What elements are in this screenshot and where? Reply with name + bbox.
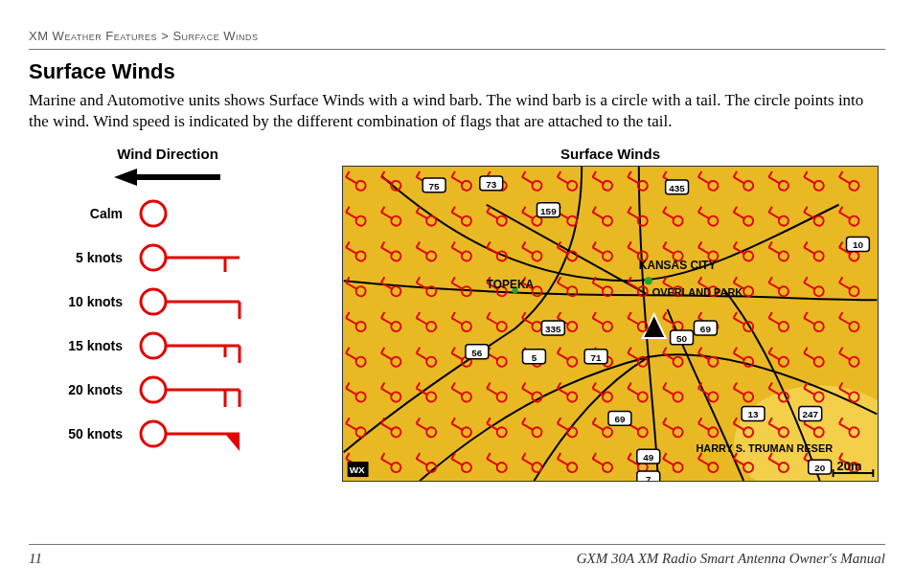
svg-text:56: 56 [471,348,483,358]
svg-text:335: 335 [545,324,561,334]
svg-point-2 [141,201,166,226]
legend-row-calm: Calm [29,196,307,231]
breadcrumb-sep: > [157,29,172,43]
svg-point-3 [141,245,166,270]
svg-text:13: 13 [748,410,760,420]
svg-text:69: 69 [700,324,712,334]
map-title: Surface Winds [560,146,660,162]
footer: 11 GXM 30A XM Radio Smart Antenna Owner'… [29,544,885,567]
svg-point-22 [645,277,652,284]
legend-label: 5 knots [29,250,134,265]
legend-row-50: 50 knots [29,417,307,451]
wind-barb-20-icon [134,373,307,407]
svg-point-13 [141,377,166,402]
wind-barb-5-icon [134,240,307,275]
divider-bottom [29,544,885,545]
svg-point-6 [141,289,166,314]
wind-barb-50-icon [134,417,307,451]
legend-row-10: 10 knots [29,284,307,319]
page-number: 11 [29,551,42,567]
legend-row-5: 5 knots [29,240,307,275]
svg-text:247: 247 [802,410,818,420]
svg-text:75: 75 [429,181,441,192]
svg-text:10: 10 [853,240,864,251]
svg-marker-19 [225,434,240,451]
section-title: Surface Winds [29,59,885,84]
city-label: KANSAS CITY [639,260,717,273]
map-screenshot: 757315943510335565715069694971324720 TOP… [342,166,879,482]
body-text: Marine and Automotive units shows Surfac… [29,90,885,132]
content-row: Wind Direction Calm 5 knots 10 knots [29,146,885,482]
legend-label: 15 knots [29,338,134,353]
svg-point-17 [141,421,166,446]
divider-top [29,49,885,50]
city-label: TOPEKA [487,278,535,291]
breadcrumb-page: Surface Winds [172,29,258,43]
svg-text:435: 435 [669,183,685,193]
legend-label: 20 knots [29,382,134,397]
svg-text:5: 5 [532,352,537,363]
wind-barb-calm-icon [134,196,307,231]
map-column: Surface Winds [335,146,885,482]
manual-title: GXM 30A XM Radio Smart Antenna Owner's M… [577,551,885,567]
breadcrumb-section: XM Weather Features [29,29,157,43]
svg-text:71: 71 [591,352,603,363]
wind-barb-15-icon [134,328,307,363]
wind-barb-10-icon [134,284,307,319]
svg-text:69: 69 [614,415,626,425]
svg-text:73: 73 [486,179,497,190]
breadcrumb: XM Weather Features > Surface Winds [29,29,885,43]
legend-title: Wind Direction [117,146,218,162]
svg-text:50: 50 [676,333,688,344]
svg-text:7: 7 [646,474,651,481]
wx-icon: WX [348,462,369,477]
legend-row-15: 15 knots [29,328,307,363]
svg-text:49: 49 [643,452,654,463]
svg-marker-1 [114,169,137,186]
map-svg: 757315943510335565715069694971324720 TOP… [343,167,878,481]
svg-point-9 [141,333,166,358]
legend-row-20: 20 knots [29,373,307,407]
svg-text:159: 159 [540,206,557,216]
legend-label: Calm [29,206,134,221]
city-label: OVERLAND PARK [652,286,743,298]
legend-column: Wind Direction Calm 5 knots 10 knots [29,146,307,482]
legend-label: 50 knots [29,426,134,441]
svg-text:WX: WX [350,464,365,475]
legend-label: 10 knots [29,294,134,309]
city-label: HARRY S. TRUMAN RESER [696,442,833,454]
arrow-left-icon [110,166,225,189]
scale-label: 20m [837,459,862,473]
svg-text:20: 20 [814,463,826,473]
